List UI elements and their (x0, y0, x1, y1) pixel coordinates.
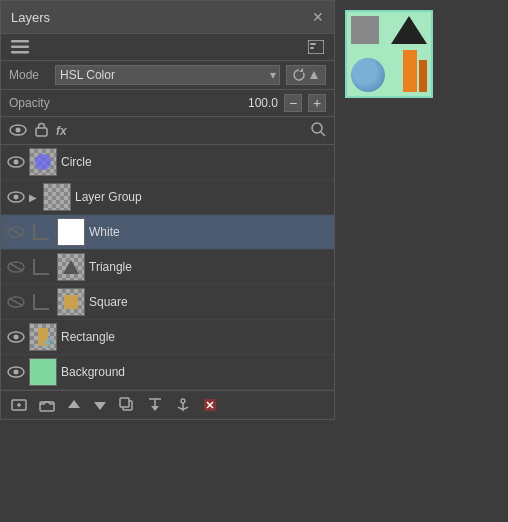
preview-image (345, 10, 433, 98)
lock-icon[interactable] (35, 122, 48, 140)
collapse-panel-button[interactable] (304, 38, 328, 56)
svg-rect-2 (11, 51, 29, 54)
new-layer-button[interactable] (7, 395, 31, 415)
svg-marker-31 (94, 402, 106, 410)
svg-rect-9 (36, 128, 47, 136)
svg-point-13 (14, 160, 19, 165)
svg-marker-6 (310, 71, 318, 79)
opacity-plus-button[interactable]: + (308, 94, 326, 112)
svg-line-20 (9, 298, 23, 306)
layer-visibility-circle[interactable] (7, 156, 25, 168)
layer-thumb-square (57, 288, 85, 316)
svg-rect-33 (120, 398, 129, 407)
layer-thumb-triangle (57, 253, 85, 281)
stack-icon-button[interactable] (7, 38, 33, 56)
svg-line-11 (321, 132, 325, 136)
merge-layers-button[interactable] (143, 395, 167, 415)
layers-panel: Layers ✕ Mode HSL Color Normal (0, 0, 335, 420)
svg-marker-35 (151, 406, 159, 411)
group-collapse-arrow[interactable]: ▶ (29, 192, 37, 203)
layer-visibility-white[interactable] (7, 226, 25, 238)
preview-earth (351, 58, 385, 92)
mode-label: Mode (9, 68, 49, 82)
layer-visibility-square[interactable] (7, 296, 25, 308)
layer-item-group[interactable]: ▶ Layer Group (1, 180, 334, 215)
anchor-button[interactable] (171, 395, 195, 415)
opacity-row: Opacity 100.0 − + (1, 90, 334, 117)
layer-name-square: Square (89, 295, 328, 309)
layer-name-rectangle: Rectangle (61, 330, 328, 344)
tools-row: fx (1, 117, 334, 145)
search-icon[interactable] (310, 121, 326, 140)
preview-dark-square (351, 16, 379, 44)
indent-line-square (33, 294, 49, 310)
panel-title: Layers (11, 10, 50, 25)
svg-rect-5 (310, 47, 314, 49)
bottom-toolbar (1, 390, 334, 419)
svg-rect-4 (310, 43, 316, 45)
duplicate-layer-button[interactable] (115, 395, 139, 415)
svg-point-8 (16, 127, 21, 132)
layer-name-circle: Circle (61, 155, 328, 169)
svg-rect-3 (308, 40, 324, 54)
layer-thumb-white (57, 218, 85, 246)
layer-item-white[interactable]: White (1, 215, 334, 250)
layer-visibility-background[interactable] (7, 366, 25, 378)
layer-item-triangle[interactable]: Triangle (1, 250, 334, 285)
opacity-value: 100.0 (65, 96, 278, 110)
title-bar: Layers ✕ (1, 1, 334, 34)
close-button[interactable]: ✕ (312, 9, 324, 25)
layer-item-square[interactable]: Square (1, 285, 334, 320)
layer-thumb-background (29, 358, 57, 386)
indent-line-white (33, 224, 49, 240)
layer-thumb-group (43, 183, 71, 211)
layer-item-circle[interactable]: Circle (1, 145, 334, 180)
layer-item-background[interactable]: Background (1, 355, 334, 390)
svg-line-16 (9, 228, 23, 236)
svg-point-10 (312, 123, 322, 133)
svg-line-18 (9, 263, 23, 271)
preview-thin-rect (419, 60, 427, 92)
svg-point-37 (181, 399, 185, 403)
svg-marker-30 (68, 400, 80, 408)
visibility-toggle-icon[interactable] (9, 123, 27, 139)
layer-name-white: White (89, 225, 328, 239)
layer-thumb-circle (29, 148, 57, 176)
move-down-button[interactable] (89, 396, 111, 414)
layer-item-rectangle[interactable]: 🔗 Rectangle (1, 320, 334, 355)
svg-point-25 (14, 370, 19, 375)
layers-list: Circle ▶ Layer Group (1, 145, 334, 390)
mode-row: Mode HSL Color Normal Multiply Screen (1, 61, 334, 90)
mode-select[interactable]: HSL Color Normal Multiply Screen (55, 65, 280, 85)
preview-triangle (391, 16, 427, 44)
layer-visibility-triangle[interactable] (7, 261, 25, 273)
preview-area (345, 10, 433, 98)
opacity-label: Opacity (9, 96, 59, 110)
layer-name-triangle: Triangle (89, 260, 328, 274)
layer-name-background: Background (61, 365, 328, 379)
layer-visibility-group[interactable] (7, 191, 25, 203)
layer-thumb-rectangle: 🔗 (29, 323, 57, 351)
svg-rect-1 (11, 46, 29, 49)
layer-visibility-rectangle[interactable] (7, 331, 25, 343)
svg-point-23 (14, 335, 19, 340)
delete-layer-button[interactable] (199, 396, 221, 414)
layer-name-group: Layer Group (75, 190, 328, 204)
fx-icon[interactable]: fx (56, 124, 67, 138)
new-group-button[interactable] (35, 395, 59, 415)
svg-rect-0 (11, 40, 29, 43)
svg-point-15 (14, 195, 19, 200)
reset-mode-button[interactable] (286, 65, 326, 85)
preview-orange-rect (403, 50, 417, 92)
move-up-button[interactable] (63, 396, 85, 414)
indent-line-triangle (33, 259, 49, 275)
toolbar-row (1, 34, 334, 61)
mode-select-wrapper: HSL Color Normal Multiply Screen (55, 65, 280, 85)
opacity-minus-button[interactable]: − (284, 94, 302, 112)
